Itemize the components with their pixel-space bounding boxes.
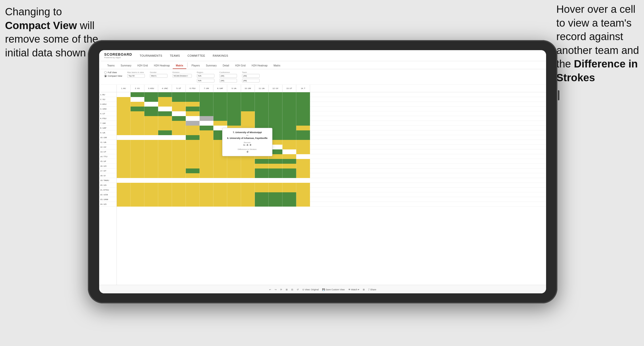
grid-cell-4-2[interactable] <box>131 107 144 111</box>
grid-cell-17-8[interactable] <box>213 168 227 173</box>
grid-cell-15-5[interactable] <box>172 159 186 164</box>
grid-cell-16-4[interactable] <box>158 164 172 168</box>
filter-max-teams-select[interactable]: Top 50 <box>127 74 145 78</box>
grid-cell-11-2[interactable] <box>131 140 144 145</box>
tab-matrix[interactable]: Matrix <box>173 63 186 69</box>
toolbar-undo[interactable]: ↩ <box>269 288 271 291</box>
grid-cell-15-10[interactable] <box>241 159 255 164</box>
toolbar-redo[interactable]: ↪ <box>275 288 277 291</box>
grid-cell-21-6[interactable] <box>186 188 200 192</box>
grid-cell-6-11[interactable] <box>255 116 269 121</box>
grid-cell-14-5[interactable] <box>172 154 186 159</box>
grid-cell-4-4[interactable] <box>158 107 172 111</box>
grid-cell-1-14[interactable] <box>296 92 310 97</box>
grid-cell-2-5[interactable] <box>172 97 186 102</box>
grid-cell-13-13[interactable] <box>282 149 296 154</box>
grid-cell-10-13[interactable] <box>282 135 296 140</box>
grid-cell-24-8[interactable] <box>213 202 227 207</box>
grid-cell-3-6[interactable] <box>186 102 200 107</box>
tab-h2h-grid[interactable]: H2H Grid <box>134 63 151 69</box>
grid-cell-22-14[interactable] <box>296 192 310 197</box>
grid-cell-20-1[interactable] <box>117 183 131 188</box>
grid-cell-20-10[interactable] <box>241 183 255 188</box>
filter-region-select1[interactable]: N/A <box>197 74 214 78</box>
grid-cell-2-8[interactable] <box>213 97 227 102</box>
grid-cell-16-1[interactable] <box>117 164 131 168</box>
grid-cell-4-10[interactable] <box>241 107 255 111</box>
grid-cell-9-14[interactable] <box>296 130 310 135</box>
grid-cell-2-11[interactable] <box>255 97 269 102</box>
grid-cell-10-7[interactable] <box>200 135 213 140</box>
grid-cell-7-2[interactable] <box>131 121 144 126</box>
toolbar-reset[interactable]: ↺ <box>297 288 299 291</box>
grid-cell-4-3[interactable] <box>144 107 158 111</box>
grid-cell-20-6[interactable] <box>186 183 200 188</box>
grid-cell-10-14[interactable] <box>296 135 310 140</box>
grid-cell-8-4[interactable] <box>158 126 172 130</box>
grid-cell-19-12[interactable] <box>269 178 282 183</box>
grid-cell-11-3[interactable] <box>144 140 158 145</box>
toolbar-share[interactable]: ⤴ Share <box>368 288 376 291</box>
grid-cell-20-5[interactable] <box>172 183 186 188</box>
grid-cell-17-4[interactable] <box>158 168 172 173</box>
grid-cell-1-8[interactable] <box>213 92 227 97</box>
grid-cell-8-5[interactable] <box>172 126 186 130</box>
grid-cell-7-6[interactable] <box>186 121 200 126</box>
grid-cell-2-13[interactable] <box>282 97 296 102</box>
grid-cell-12-1[interactable] <box>117 145 131 149</box>
grid-cell-20-14[interactable] <box>296 183 310 188</box>
filter-gender-select[interactable]: Men's <box>150 74 167 78</box>
grid-cell-23-3[interactable] <box>144 197 158 202</box>
grid-cell-2-14[interactable] <box>296 97 310 102</box>
grid-cell-19-11[interactable] <box>255 178 269 183</box>
grid-cell-22-8[interactable] <box>213 192 227 197</box>
grid-cell-18-8[interactable] <box>213 173 227 178</box>
grid-cell-9-3[interactable] <box>144 130 158 135</box>
grid-cell-10-5[interactable] <box>172 135 186 140</box>
filter-conference-select1[interactable]: (All) <box>219 74 237 78</box>
grid-cell-10-6[interactable] <box>186 135 200 140</box>
filter-region-select2[interactable]: N/A <box>197 79 214 82</box>
toolbar-zoom-in[interactable]: ⊞ <box>286 288 288 291</box>
grid-cell-20-2[interactable] <box>131 183 144 188</box>
grid-cell-1-12[interactable] <box>269 92 282 97</box>
nav-teams[interactable]: TEAMS <box>170 54 180 57</box>
grid-cell-3-9[interactable] <box>227 102 241 107</box>
grid-cell-18-9[interactable] <box>227 173 241 178</box>
grid-cell-12-6[interactable] <box>186 145 200 149</box>
grid-cell-23-10[interactable] <box>241 197 255 202</box>
grid-cell-8-13[interactable] <box>282 126 296 130</box>
grid-cell-1-9[interactable] <box>227 92 241 97</box>
grid-cell-21-5[interactable] <box>172 188 186 192</box>
grid-cell-9-1[interactable] <box>117 130 131 135</box>
grid-cell-2-4[interactable] <box>158 97 172 102</box>
grid-cell-18-3[interactable] <box>144 173 158 178</box>
grid-cell-18-1[interactable] <box>117 173 131 178</box>
tab-summary2[interactable]: Summary <box>203 63 220 69</box>
grid-cell-23-2[interactable] <box>131 197 144 202</box>
grid-cell-1-11[interactable] <box>255 92 269 97</box>
grid-cell-8-14[interactable] <box>296 126 310 130</box>
grid-cell-24-6[interactable] <box>186 202 200 207</box>
grid-cell-23-6[interactable] <box>186 197 200 202</box>
grid-cell-21-1[interactable] <box>117 188 131 192</box>
tab-detail[interactable]: Detail <box>220 63 232 69</box>
grid-cell-7-12[interactable] <box>269 121 282 126</box>
grid-cell-8-3[interactable] <box>144 126 158 130</box>
grid-cell-19-10[interactable] <box>241 178 255 183</box>
grid-cell-24-12[interactable] <box>269 202 282 207</box>
grid-cell-22-5[interactable] <box>172 192 186 197</box>
grid-cell-7-9[interactable] <box>227 121 241 126</box>
grid-cell-23-7[interactable] <box>200 197 213 202</box>
grid-cell-15-2[interactable] <box>131 159 144 164</box>
grid-cell-14-2[interactable] <box>131 154 144 159</box>
grid-cell-3-10[interactable] <box>241 102 255 107</box>
grid-cell-5-3[interactable] <box>144 111 158 116</box>
grid-cell-23-14[interactable] <box>296 197 310 202</box>
grid-cell-24-14[interactable] <box>296 202 310 207</box>
grid-cell-19-1[interactable] <box>117 178 131 183</box>
grid-cell-13-5[interactable] <box>172 149 186 154</box>
grid-cell-14-1[interactable] <box>117 154 131 159</box>
grid-cell-14-14[interactable] <box>296 154 310 159</box>
grid-cell-6-7[interactable] <box>200 116 213 121</box>
